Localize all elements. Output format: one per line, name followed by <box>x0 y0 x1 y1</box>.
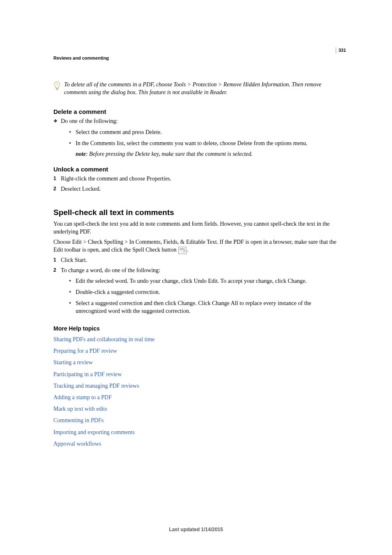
chapter-header: Reviews and commenting <box>53 56 339 60</box>
paragraph: Choose Edit > Check Spelling > In Commen… <box>53 238 339 254</box>
lightbulb-icon <box>53 81 62 92</box>
tip-text: To delete all of the comments in a PDF, … <box>64 81 339 97</box>
help-link[interactable]: Importing and exporting comments <box>53 429 339 436</box>
text-run: Choose Edit > Check Spelling > In Commen… <box>53 239 337 253</box>
list-item: To change a word, do one of the followin… <box>53 267 339 315</box>
help-link[interactable]: Preparing for a PDF review <box>53 347 339 355</box>
heading-spell-check: Spell-check all text in comments <box>53 208 339 217</box>
list-item: Do one of the following: Select the comm… <box>53 118 339 159</box>
help-link[interactable]: Participating in a PDF review <box>53 371 339 378</box>
footer-last-updated: Last updated 1/14/2015 <box>0 527 392 532</box>
list-item: Select the comment and press Delete. <box>69 129 339 136</box>
help-link[interactable]: Mark up text with edits <box>53 405 339 413</box>
help-link[interactable]: Tracking and managing PDF reviews <box>53 382 339 390</box>
list-item: Deselect Locked. <box>53 185 339 193</box>
list-item: Double-click a suggested correction. <box>69 289 339 296</box>
help-link[interactable]: Adding a stamp to a PDF <box>53 394 339 401</box>
spell-check-icon: ABC✓ <box>178 247 187 254</box>
text-run: . <box>187 247 189 253</box>
list-item: Click Start. <box>53 257 339 264</box>
help-link[interactable]: Sharing PDFs and collaborating in real t… <box>53 336 339 343</box>
list-item: Edit the selected word. To undo your cha… <box>69 278 339 285</box>
tip-block: To delete all of the comments in a PDF, … <box>53 81 339 97</box>
heading-unlock-comment: Unlock a comment <box>53 166 339 173</box>
heading-more-help: More Help topics <box>53 325 339 332</box>
list-item: In the Comments list, select the comment… <box>69 140 339 159</box>
list-item: Select a suggested correction and then c… <box>69 300 339 315</box>
help-link[interactable]: Commenting in PDFs <box>53 417 339 424</box>
lead-text: Do one of the following: <box>61 118 118 124</box>
list-item: Right-click the comment and choose Prope… <box>53 175 339 183</box>
bullet-text: In the Comments list, select the comment… <box>76 140 307 146</box>
note-label: note <box>76 151 86 157</box>
help-link[interactable]: Approval workflows <box>53 440 339 448</box>
note-text: : Before pressing the Delete key, make s… <box>86 151 253 157</box>
step-text: To change a word, do one of the followin… <box>61 267 160 273</box>
help-link[interactable]: Starting a review <box>53 359 339 366</box>
heading-delete-comment: Delete a comment <box>53 108 339 115</box>
paragraph: You can spell-check the text you add in … <box>53 220 339 236</box>
